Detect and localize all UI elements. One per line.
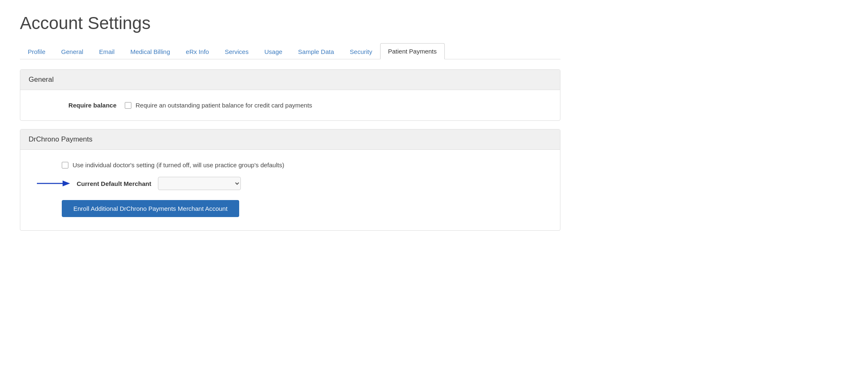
individual-doctor-label: Use individual doctor's setting (if turn… bbox=[73, 161, 284, 168]
tab-sample-data[interactable]: Sample Data bbox=[290, 44, 342, 59]
drchrono-payments-section: DrChrono Payments Use individual doctor'… bbox=[20, 129, 560, 231]
tab-email[interactable]: Email bbox=[91, 44, 123, 59]
tab-profile[interactable]: Profile bbox=[20, 44, 53, 59]
drchrono-payments-body: Use individual doctor's setting (if turn… bbox=[20, 150, 560, 230]
drchrono-payments-header: DrChrono Payments bbox=[20, 129, 560, 150]
tab-medical-billing[interactable]: Medical Billing bbox=[122, 44, 178, 59]
page-title: Account Settings bbox=[20, 13, 560, 33]
merchant-main-row: Current Default Merchant bbox=[37, 177, 543, 190]
merchant-arrow-container bbox=[37, 178, 70, 188]
individual-doctor-row: Use individual doctor's setting (if turn… bbox=[37, 161, 543, 168]
require-balance-label: Require balance bbox=[34, 102, 125, 109]
require-balance-row: Require balance Require an outstanding p… bbox=[34, 102, 547, 109]
general-section-body: Require balance Require an outstanding p… bbox=[20, 90, 560, 120]
svg-marker-1 bbox=[63, 181, 70, 186]
tabs-nav: Profile General Email Medical Billing eR… bbox=[20, 43, 560, 59]
enroll-button-row: Enroll Additional DrChrono Payments Merc… bbox=[37, 197, 543, 217]
current-default-merchant-label: Current Default Merchant bbox=[77, 180, 151, 187]
arrow-right-icon bbox=[37, 178, 70, 188]
enroll-additional-merchant-button[interactable]: Enroll Additional DrChrono Payments Merc… bbox=[62, 200, 239, 217]
general-section: General Require balance Require an outst… bbox=[20, 69, 560, 121]
current-default-merchant-select[interactable] bbox=[158, 177, 241, 190]
tab-usage[interactable]: Usage bbox=[257, 44, 290, 59]
merchant-select-group: Current Default Merchant bbox=[77, 177, 241, 190]
require-balance-control: Require an outstanding patient balance f… bbox=[125, 102, 312, 109]
require-balance-checkbox-label: Require an outstanding patient balance f… bbox=[136, 102, 312, 109]
tab-services[interactable]: Services bbox=[217, 44, 257, 59]
tab-security[interactable]: Security bbox=[342, 44, 380, 59]
tab-erx-info[interactable]: eRx Info bbox=[178, 44, 217, 59]
tab-general[interactable]: General bbox=[53, 44, 91, 59]
require-balance-checkbox[interactable] bbox=[125, 102, 131, 109]
individual-doctor-checkbox[interactable] bbox=[62, 162, 68, 168]
general-section-header: General bbox=[20, 70, 560, 90]
tab-patient-payments[interactable]: Patient Payments bbox=[380, 43, 445, 59]
